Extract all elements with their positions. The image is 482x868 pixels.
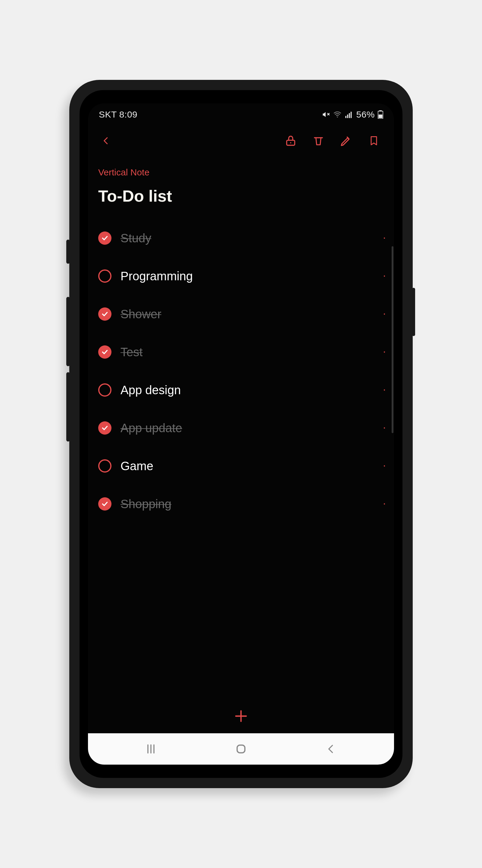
toolbar-actions [284,134,385,148]
todo-label: Shopping [121,497,171,511]
bookmark-button[interactable] [367,134,381,148]
todo-label: Study [121,231,151,245]
check-icon [101,234,109,242]
home-icon [234,742,248,755]
status-right: 56% [322,110,383,120]
todo-label: Test [121,345,142,359]
todo-item[interactable]: Programming [98,257,384,295]
todo-checkbox[interactable] [98,231,111,245]
chevron-left-icon [326,743,336,755]
add-item-button[interactable] [230,706,252,727]
row-indicator-dot [384,276,385,277]
status-bar: SKT 8:09 [88,103,394,126]
battery-icon [378,110,383,119]
scrollbar[interactable] [392,246,393,433]
recents-icon [144,743,158,755]
check-icon [101,500,109,508]
todo-checkbox[interactable] [98,270,111,283]
volume-down-key [66,372,70,441]
row-indicator-dot [384,351,385,352]
todo-item[interactable]: App update [98,409,384,447]
lock-icon [285,134,297,147]
todo-checkbox[interactable] [98,345,111,359]
row-indicator-dot [384,427,385,429]
bookmark-icon [368,134,379,147]
wifi-icon [333,110,342,119]
svg-rect-3 [346,116,347,118]
todo-label: Programming [121,270,193,283]
todo-label: App design [121,383,181,397]
trash-icon [312,134,324,147]
row-indicator-dot [384,238,385,239]
todo-item[interactable]: App design [98,371,384,409]
row-indicator-dot [384,390,385,391]
screen: SKT 8:09 [88,103,394,765]
phone-frame: SKT 8:09 [69,80,413,788]
todo-checkbox[interactable] [98,459,111,472]
row-indicator-dot [384,465,385,467]
app-toolbar [88,126,394,156]
todo-label: Shower [121,307,161,321]
recents-button[interactable] [139,740,163,758]
todo-checkbox[interactable] [98,383,111,397]
todo-item[interactable]: Test [98,333,384,371]
svg-rect-6 [351,112,352,118]
mute-icon [322,110,330,119]
svg-rect-17 [237,745,245,753]
status-left: SKT 8:09 [99,110,137,120]
todo-label: Game [121,459,153,473]
todo-label: App update [121,421,182,435]
svg-rect-4 [347,115,349,118]
chevron-left-icon [101,134,110,147]
plus-icon [233,708,249,724]
battery-pct-label: 56% [356,110,375,120]
carrier-label: SKT [99,110,117,120]
row-indicator-dot [384,313,385,315]
todo-item[interactable]: Study [98,219,384,257]
power-button [412,288,415,336]
content: Vertical Note To-Do list StudyProgrammin… [88,156,394,733]
back-button[interactable] [97,132,115,150]
check-icon [101,348,109,356]
sys-back-button[interactable] [319,740,343,758]
lock-button[interactable] [284,134,298,148]
side-key-1 [66,240,70,264]
todo-checkbox[interactable] [98,421,111,435]
svg-rect-9 [379,115,383,118]
note-title: To-Do list [98,187,384,205]
signal-icon [345,110,353,119]
todo-item[interactable]: Game [98,447,384,485]
volume-up-key [66,297,70,366]
svg-rect-5 [349,113,350,118]
row-indicator-dot [384,503,385,504]
home-button[interactable] [229,740,253,758]
check-icon [101,310,109,318]
clock-label: 8:09 [119,110,137,120]
delete-button[interactable] [312,134,325,148]
check-icon [101,424,109,432]
system-nav-bar [88,733,394,765]
todo-list: StudyProgrammingShowerTestApp designApp … [98,219,384,523]
phone-bezel: SKT 8:09 [79,90,403,778]
stage: SKT 8:09 [0,0,482,868]
note-category: Vertical Note [98,167,384,178]
todo-checkbox[interactable] [98,497,111,510]
todo-item[interactable]: Shower [98,295,384,333]
svg-point-2 [337,117,338,118]
svg-point-11 [290,142,291,144]
todo-item[interactable]: Shopping [98,485,384,523]
todo-checkbox[interactable] [98,307,111,321]
pencil-icon [340,134,352,147]
edit-button[interactable] [339,134,353,148]
